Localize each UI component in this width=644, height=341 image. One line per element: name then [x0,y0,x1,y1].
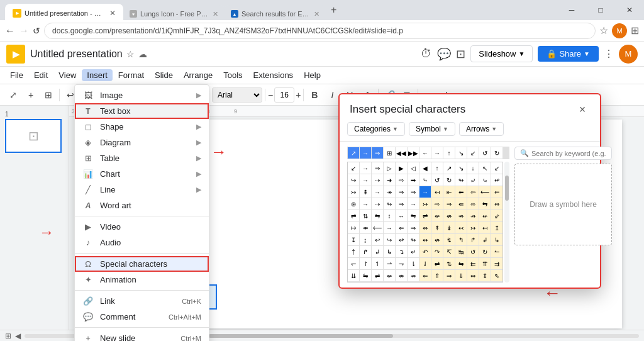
char-cell[interactable]: → [408,198,419,210]
char-cell[interactable]: ✃ [408,282,419,282]
char-cell[interactable]: ⇦ [467,186,479,198]
char-cell[interactable]: ✁ [396,282,407,282]
slideshow-button[interactable]: Slideshow ▼ [470,45,533,62]
extensions-icon[interactable]: ⊞ [631,25,639,36]
char-cell[interactable]: ↴ [396,246,407,257]
char-cell[interactable]: ↫ [491,174,502,186]
char-cell[interactable]: → [372,186,383,198]
char-cell[interactable]: ↾ [360,258,371,269]
char-cell[interactable]: ↸ [443,246,455,257]
char-cell[interactable]: ⇨ [396,174,407,186]
char-cell[interactable]: ↙ [491,162,502,174]
new-tab-button[interactable]: + [326,4,341,16]
menu-item-tools[interactable]: Tools [218,69,247,81]
char-cell[interactable]: ⇈ [479,258,491,269]
minimize-button[interactable]: ─ [557,1,586,20]
star-icon[interactable]: ☆ [126,49,135,59]
char-cell[interactable]: ⟵ [372,222,383,233]
char-cell[interactable]: ⇊ [348,270,359,281]
char-cell[interactable]: ⇍ [384,270,395,281]
char-cell[interactable]: ⇙ [491,210,502,221]
char-cell[interactable]: ↱ [467,234,479,245]
char-cell[interactable]: ◁ [408,162,419,174]
char-cell[interactable]: ↘ [455,162,467,174]
bold-button[interactable]: B [306,87,323,103]
maximize-button[interactable]: □ [586,1,615,20]
char-cell[interactable]: ➡ [408,174,419,186]
draw-symbol-canvas[interactable]: Draw a symbol here [514,164,612,245]
tab-close-1[interactable]: ✕ [109,9,116,18]
char-cell[interactable]: ◀ [419,162,431,174]
char-cell[interactable]: ↭ [419,234,431,245]
char-cell[interactable]: ↪ [384,234,395,245]
browser-tab-3[interactable]: ▲ Search results for Eye - Flaticon ✕ [225,5,326,20]
font-size-input[interactable] [274,87,294,103]
char-cell[interactable]: ↗ [443,162,455,174]
char-cell[interactable]: ⊡ [431,282,443,282]
char-cell[interactable]: ↚ [479,210,491,221]
dialog-close-button[interactable]: × [575,102,590,117]
back-button[interactable]: ← [5,25,15,36]
char-cell[interactable]: ⊞ [455,282,467,282]
char-cell[interactable]: ⇃ [419,258,431,269]
char-cell[interactable]: ↽ [348,258,359,269]
char-cell[interactable]: ↟ [431,222,443,233]
char-cell[interactable]: ⇁ [396,258,407,269]
char-cell[interactable]: ⇕ [479,270,491,281]
char-cell[interactable]: ↷ [431,246,443,257]
char-cell[interactable]: ↤ [431,186,443,198]
close-button[interactable]: ✕ [615,1,644,20]
char-cell[interactable]: ↡ [443,222,455,233]
char-type-10[interactable]: ↘ [455,147,467,159]
menu-item-file[interactable]: File [5,69,28,81]
char-type-12[interactable]: ↺ [479,147,491,159]
menu-item-edit[interactable]: Edit [29,69,53,81]
menu-wordart[interactable]: A Word art [75,198,209,213]
char-cell[interactable]: ⟵ [479,186,491,198]
char-cell[interactable]: ↙↗ [348,282,359,282]
menu-item-arrange[interactable]: Arrange [179,69,218,81]
font-family-select[interactable]: Arial [212,87,262,103]
char-cell[interactable]: ↨ [360,234,371,245]
char-cell[interactable]: ➜ [384,174,395,186]
avatar[interactable]: M [619,45,638,64]
char-type-1[interactable]: ↗ [348,147,359,159]
char-cell[interactable]: ⬅ [455,186,467,198]
char-cell[interactable]: ↫ [396,234,407,245]
menu-item-extensions[interactable]: Extensions [248,69,299,81]
char-cell[interactable]: ↼ [491,246,502,257]
char-cell[interactable]: ⤷ [419,174,431,186]
char-cell[interactable]: ↦ [348,222,359,233]
char-cell[interactable]: ↓ [467,162,479,174]
char-cell[interactable]: ↑ [431,162,443,174]
filter-arrows[interactable]: Arrows ▼ [459,122,504,136]
menu-item-insert[interactable]: Insert [82,69,113,81]
char-cell[interactable]: ⇆ [372,210,383,221]
share-button[interactable]: 🔒 Share ▼ [538,46,599,62]
tab-close-3[interactable]: ✕ [314,10,319,18]
char-cell[interactable]: ⇔ [491,198,502,210]
search-input-container[interactable]: 🔍 [514,147,612,160]
char-cell[interactable]: ⇚ [455,198,467,210]
address-input[interactable]: docs.google.com/presentation/d/1iQmhIFJR… [44,23,596,39]
char-cell[interactable]: ↰ [455,234,467,245]
char-cell[interactable]: ↮ [431,234,443,245]
char-cell[interactable]: ⇑ [431,270,443,281]
char-cell[interactable]: ✄ [384,282,395,282]
char-cell-selected[interactable]: → [419,186,431,198]
menu-animation[interactable]: ✦ Animation [75,272,209,288]
font-decrease[interactable]: − [268,90,273,100]
char-cell[interactable]: ↤ [479,222,491,233]
char-cell[interactable]: ⇀ [384,258,395,269]
char-cell[interactable]: ⇋ [408,210,419,221]
char-cell[interactable]: → [360,174,371,186]
char-cell[interactable]: ⇎ [443,210,455,221]
char-type-7[interactable]: ← [419,147,431,159]
char-cell[interactable]: ⇒ [396,198,407,210]
menu-new-slide[interactable]: + New slide Ctrl+M [75,330,209,341]
browser-tab-active[interactable]: ▶ Untitled presentation - Google ... ✕ [5,4,123,20]
char-cell[interactable]: ↥ [491,222,502,233]
char-cell[interactable]: ↱ [360,246,371,257]
char-cell[interactable]: ⇏ [408,270,419,281]
char-cell[interactable]: ⇆ [479,198,491,210]
